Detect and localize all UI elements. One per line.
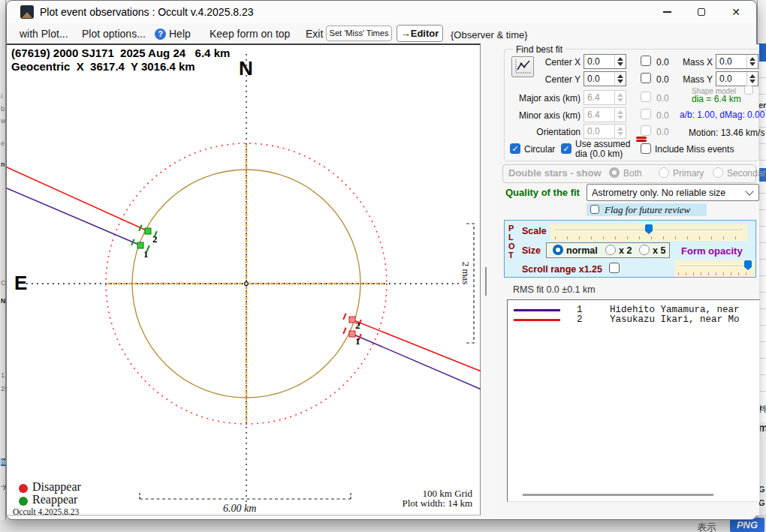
reappear-marker-1 bbox=[137, 242, 143, 248]
bg-fragment: er bbox=[758, 101, 766, 110]
mass-y-value[interactable]: 0.0 bbox=[716, 72, 746, 86]
minimize-button[interactable] bbox=[650, 1, 684, 23]
spin-down-icon[interactable] bbox=[617, 80, 623, 83]
close-button[interactable]: ✕ bbox=[719, 1, 753, 23]
window-title: Plot event observations : Occult v.4.202… bbox=[40, 6, 254, 18]
maximize-button[interactable] bbox=[684, 1, 719, 23]
menu-help[interactable]: Help bbox=[169, 28, 191, 40]
editor-button[interactable]: →Editor bbox=[397, 25, 443, 42]
chord-2-right bbox=[352, 320, 481, 371]
spin-down-icon[interactable] bbox=[749, 80, 755, 83]
scroll-range-checkbox[interactable] bbox=[609, 263, 620, 273]
horizontal-scrollbar-thumb[interactable] bbox=[523, 494, 713, 496]
center-y-value[interactable]: 0.0 bbox=[584, 72, 614, 86]
minor-axis-label: Minor axis (km) bbox=[510, 110, 581, 121]
flag-review-checkbox[interactable] bbox=[590, 205, 599, 214]
occultation-plot-canvas[interactable]: 2 1 2 1 (67619) 2000 SJ171 2025 Aug 24 6… bbox=[7, 44, 481, 515]
scale-slider-thumb[interactable] bbox=[645, 224, 653, 234]
form-opacity-slider-thumb[interactable] bbox=[744, 260, 752, 270]
major-axis-label: Major axis (km) bbox=[510, 93, 581, 104]
spin-up-icon[interactable] bbox=[617, 74, 623, 78]
major-axis-fix-checkbox[interactable] bbox=[641, 92, 651, 102]
chord-label-left-1: 1 bbox=[143, 248, 149, 260]
orientation-aux: 0.0 bbox=[656, 127, 669, 137]
scale-slider[interactable] bbox=[550, 224, 747, 241]
size-x2-radio[interactable] bbox=[605, 245, 616, 255]
observer-time-label[interactable]: {Observer & time} bbox=[451, 29, 528, 41]
bg-fragment: i bbox=[1, 92, 2, 100]
orientation-fix-checkbox[interactable] bbox=[641, 125, 651, 136]
spin-down-icon[interactable] bbox=[617, 132, 623, 136]
scroll-range-label: Scroll range x1.25 bbox=[522, 264, 602, 275]
major-axis-spinner[interactable]: 6.4 bbox=[584, 90, 626, 105]
double-stars-label: Double stars - show bbox=[508, 167, 602, 179]
double-primary-label: Primary bbox=[673, 168, 704, 179]
center-x-value[interactable]: 0.0 bbox=[584, 55, 614, 68]
disappear-dot-icon bbox=[19, 484, 28, 493]
version-label: Occult 4.2025.8.23 bbox=[13, 507, 79, 516]
quality-value: Astrometry only. No reliable size bbox=[592, 188, 725, 198]
chord-label-right-2: 2 bbox=[355, 320, 360, 331]
use-assumed-dia-checkbox[interactable] bbox=[561, 143, 571, 154]
spin-down-icon[interactable] bbox=[749, 62, 755, 66]
size-x2-label: x 2 bbox=[619, 245, 632, 256]
include-miss-checkbox[interactable] bbox=[641, 143, 651, 154]
dia-text: dia = 6.4 km bbox=[692, 94, 741, 104]
size-x5-radio[interactable] bbox=[639, 245, 650, 255]
plot-title-line1: (67619) 2000 SJ171 2025 Aug 24 6.4 km bbox=[11, 47, 230, 59]
major-axis-aux: 0.0 bbox=[656, 93, 669, 104]
minor-axis-fix-checkbox[interactable] bbox=[641, 109, 651, 119]
legend-disappear: Disappear bbox=[32, 480, 81, 494]
spin-up-icon[interactable] bbox=[617, 93, 623, 97]
center-x-spinner[interactable]: 0.0 bbox=[584, 54, 626, 69]
menu-exit[interactable]: Exit bbox=[306, 28, 323, 40]
east-label: E bbox=[14, 272, 27, 295]
mass-x-value[interactable]: 0.0 bbox=[716, 55, 746, 68]
spin-up-icon[interactable] bbox=[749, 57, 755, 61]
minor-axis-value[interactable]: 6.4 bbox=[584, 108, 614, 122]
legend-reappear: Reappear bbox=[32, 493, 77, 506]
spin-up-icon[interactable] bbox=[617, 57, 623, 61]
red-marker-icon bbox=[636, 140, 647, 142]
mass-y-spinner[interactable]: 0.0 bbox=[716, 71, 758, 86]
disappear-marker-2 bbox=[349, 317, 355, 323]
spin-up-icon[interactable] bbox=[617, 110, 623, 114]
center-x-label: Center X bbox=[525, 57, 581, 68]
title-bar[interactable]: Plot event observations : Occult v.4.202… bbox=[7, 1, 756, 23]
slider-ticks bbox=[678, 272, 752, 275]
spin-up-icon[interactable] bbox=[617, 127, 623, 131]
splitter-handle[interactable] bbox=[485, 267, 487, 296]
double-primary-radio[interactable] bbox=[659, 167, 669, 178]
slider-groove bbox=[678, 266, 752, 267]
motion-text: Motion: 13.46 km/s bbox=[689, 128, 764, 138]
spin-down-icon[interactable] bbox=[617, 116, 623, 119]
observer-list[interactable]: 1 Hidehito Yamamura, near 2 Yasukazu Ika… bbox=[507, 299, 760, 502]
shape-model-checkbox[interactable] bbox=[744, 86, 753, 95]
mass-x-spinner[interactable]: 0.0 bbox=[716, 54, 758, 69]
spin-up-icon[interactable] bbox=[749, 74, 755, 78]
form-opacity-slider[interactable] bbox=[675, 260, 755, 277]
orientation-value[interactable]: 0.0 bbox=[584, 125, 614, 138]
use-assumed-label2: dia (0.0 km) bbox=[575, 149, 623, 159]
spin-down-icon[interactable] bbox=[617, 98, 623, 102]
menu-keep-on-top[interactable]: Keep form on top bbox=[210, 28, 290, 40]
quality-dropdown[interactable]: Astrometry only. No reliable size bbox=[587, 184, 759, 201]
menu-plot-options[interactable]: Plot options... bbox=[82, 28, 146, 40]
double-secondary-radio[interactable] bbox=[713, 167, 723, 178]
spin-down-icon[interactable] bbox=[617, 62, 623, 66]
menu-with-plot[interactable]: with Plot... bbox=[20, 28, 68, 40]
plot-letter-l: L bbox=[508, 233, 514, 242]
double-both-radio[interactable] bbox=[609, 167, 620, 178]
orientation-spinner[interactable]: 0.0 bbox=[584, 124, 626, 139]
center-x-fix-checkbox[interactable] bbox=[641, 56, 651, 66]
center-y-spinner[interactable]: 0.0 bbox=[584, 71, 626, 86]
plot-letter-o: O bbox=[508, 242, 515, 251]
minor-axis-spinner[interactable]: 6.4 bbox=[584, 107, 626, 122]
center-y-fix-checkbox[interactable] bbox=[641, 73, 651, 83]
major-axis-value[interactable]: 6.4 bbox=[584, 91, 614, 104]
circular-checkbox[interactable] bbox=[510, 143, 520, 154]
help-icon[interactable]: ? bbox=[155, 29, 166, 40]
chevron-down-icon bbox=[745, 187, 753, 195]
size-normal-radio[interactable] bbox=[553, 245, 563, 255]
set-miss-times-button[interactable]: Set 'Miss' Times bbox=[326, 26, 392, 41]
